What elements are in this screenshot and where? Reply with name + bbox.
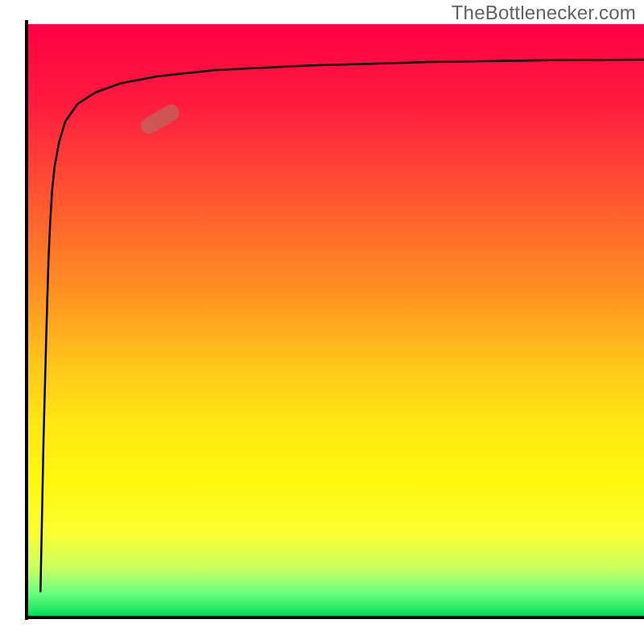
chart-stage: TheBottlenecker.com — [0, 0, 644, 644]
watermark-text: TheBottlenecker.com — [452, 2, 636, 24]
plot-gradient-area — [28, 24, 644, 616]
x-axis — [25, 616, 644, 619]
y-axis — [25, 20, 28, 620]
